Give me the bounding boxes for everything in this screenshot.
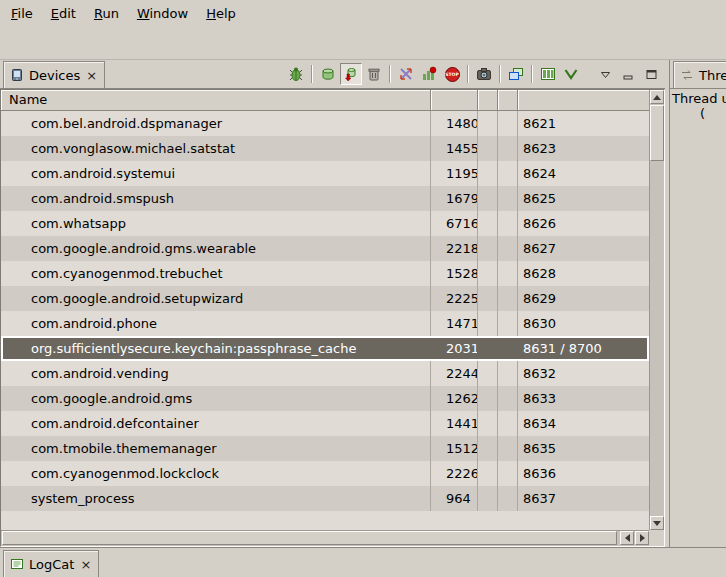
table-row[interactable]: system_process9648637 bbox=[1, 486, 649, 511]
vertical-scroll-thumb[interactable] bbox=[650, 105, 664, 161]
cell-port: 8634 bbox=[518, 411, 649, 436]
cell-c3 bbox=[478, 311, 498, 336]
devices-tabbar: Devices × bbox=[0, 60, 665, 89]
table-row[interactable]: com.android.vending224408632 bbox=[1, 361, 649, 386]
table-row[interactable]: com.cyanogenmod.lockclock222658636 bbox=[1, 461, 649, 486]
scroll-down-button[interactable] bbox=[650, 516, 664, 530]
cell-port: 8632 bbox=[518, 361, 649, 386]
scroll-right-button[interactable] bbox=[635, 531, 649, 545]
process-table: Name com.bel.android.dspmanager14808621c… bbox=[0, 89, 665, 547]
horizontal-scroll-thumb[interactable] bbox=[2, 531, 617, 545]
cell-c4 bbox=[498, 211, 518, 236]
close-icon[interactable]: × bbox=[85, 69, 98, 82]
start-method-profiling-button[interactable] bbox=[418, 63, 440, 85]
cell-c4 bbox=[498, 186, 518, 211]
cell-pid: 1195 bbox=[431, 161, 478, 186]
threads-message: ( bbox=[672, 106, 726, 121]
table-row[interactable]: com.google.android.setupwizard222508629 bbox=[1, 286, 649, 311]
menu-window[interactable]: Window bbox=[128, 3, 197, 24]
update-heap-button[interactable] bbox=[317, 63, 339, 85]
tab-logcat[interactable]: LogCat × bbox=[3, 550, 99, 577]
scroll-up-button[interactable] bbox=[650, 90, 664, 104]
table-row[interactable]: com.vonglasow.michael.satstat145538623 bbox=[1, 136, 649, 161]
cell-pid: 1528 bbox=[431, 261, 478, 286]
cell-c4 bbox=[498, 336, 518, 361]
cell-c3 bbox=[478, 261, 498, 286]
menu-file[interactable]: File bbox=[2, 3, 42, 24]
table-row[interactable]: com.android.systemui11958624 bbox=[1, 161, 649, 186]
cell-name: com.android.vending bbox=[1, 361, 431, 386]
menu-run[interactable]: Run bbox=[85, 3, 128, 24]
cell-c3 bbox=[478, 461, 498, 486]
toolbar-separator bbox=[499, 65, 501, 83]
cell-c4 bbox=[498, 286, 518, 311]
table-row[interactable]: com.google.android.gms126238633 bbox=[1, 386, 649, 411]
tab-devices[interactable]: Devices × bbox=[3, 61, 105, 88]
tab-threads[interactable]: Threads bbox=[673, 61, 726, 88]
cell-pid: 22185 bbox=[431, 236, 478, 261]
close-icon[interactable]: × bbox=[79, 558, 92, 571]
vertical-scrollbar[interactable] bbox=[649, 90, 664, 530]
threads-content: Thread up ( bbox=[670, 89, 726, 547]
table-row[interactable]: com.tmobile.thememanager15128635 bbox=[1, 436, 649, 461]
view-menu-button[interactable] bbox=[594, 63, 616, 85]
column-header-3[interactable] bbox=[478, 90, 498, 111]
arrow-down-icon bbox=[653, 521, 661, 526]
device-icon bbox=[10, 68, 24, 82]
cell-port: 8630 bbox=[518, 311, 649, 336]
stop-process-button[interactable]: STOP bbox=[441, 63, 463, 85]
update-threads-icon bbox=[398, 66, 414, 82]
menu-help[interactable]: Help bbox=[197, 3, 245, 24]
column-header-port[interactable] bbox=[518, 90, 649, 111]
screen-capture-button[interactable] bbox=[473, 63, 495, 85]
cell-name: com.tmobile.thememanager bbox=[1, 436, 431, 461]
maximize-button[interactable] bbox=[640, 63, 662, 85]
checkmark-icon bbox=[563, 66, 579, 82]
table-row[interactable]: com.android.smspush16798625 bbox=[1, 186, 649, 211]
threads-panel: Threads Thread up ( bbox=[669, 60, 726, 547]
threads-tabbar: Threads bbox=[670, 60, 726, 89]
cell-c4 bbox=[498, 261, 518, 286]
cell-name: com.android.systemui bbox=[1, 161, 431, 186]
cell-c3 bbox=[478, 236, 498, 261]
cell-c3 bbox=[478, 436, 498, 461]
cell-c4 bbox=[498, 111, 518, 136]
column-header-name[interactable]: Name bbox=[1, 90, 431, 111]
cell-name: com.whatsapp bbox=[1, 211, 431, 236]
devices-tab-label: Devices bbox=[28, 68, 81, 83]
table-row[interactable]: org.sufficientlysecure.keychain:passphra… bbox=[1, 336, 649, 361]
checkmark-button[interactable] bbox=[560, 63, 582, 85]
cell-port: 8625 bbox=[518, 186, 649, 211]
cell-port: 8637 bbox=[518, 486, 649, 511]
cell-pid: 6716 bbox=[431, 211, 478, 236]
table-row[interactable]: com.bel.android.dspmanager14808621 bbox=[1, 111, 649, 136]
cell-name: com.google.android.gms bbox=[1, 386, 431, 411]
table-row[interactable]: com.cyanogenmod.trebuchet15288628 bbox=[1, 261, 649, 286]
update-threads-button[interactable] bbox=[395, 63, 417, 85]
cell-port: 8635 bbox=[518, 436, 649, 461]
menu-edit[interactable]: Edit bbox=[42, 3, 85, 24]
cell-c4 bbox=[498, 486, 518, 511]
column-header-pid[interactable] bbox=[431, 90, 478, 111]
column-header-4[interactable] bbox=[498, 90, 518, 111]
table-row[interactable]: com.whatsapp67168626 bbox=[1, 211, 649, 236]
table-row[interactable]: com.android.phone14718630 bbox=[1, 311, 649, 336]
table-columns-button[interactable] bbox=[537, 63, 559, 85]
cell-name: com.bel.android.dspmanager bbox=[1, 111, 431, 136]
table-header: Name bbox=[1, 90, 649, 111]
reset-adb-button[interactable] bbox=[505, 63, 527, 85]
minimize-button[interactable] bbox=[617, 63, 639, 85]
debug-process-button[interactable] bbox=[285, 63, 307, 85]
scroll-left-button[interactable] bbox=[620, 531, 634, 545]
cell-c3 bbox=[478, 161, 498, 186]
cell-c3 bbox=[478, 336, 498, 361]
method-profiling-icon bbox=[421, 66, 437, 82]
cell-port: 8629 bbox=[518, 286, 649, 311]
table-row[interactable]: com.google.android.gms.wearable221858627 bbox=[1, 236, 649, 261]
cell-name: com.android.smspush bbox=[1, 186, 431, 211]
cell-c3 bbox=[478, 136, 498, 161]
dump-hprof-button[interactable] bbox=[340, 63, 362, 85]
cause-gc-button[interactable] bbox=[363, 63, 385, 85]
horizontal-scrollbar[interactable] bbox=[1, 530, 649, 546]
table-row[interactable]: com.android.defcontainer144118634 bbox=[1, 411, 649, 436]
